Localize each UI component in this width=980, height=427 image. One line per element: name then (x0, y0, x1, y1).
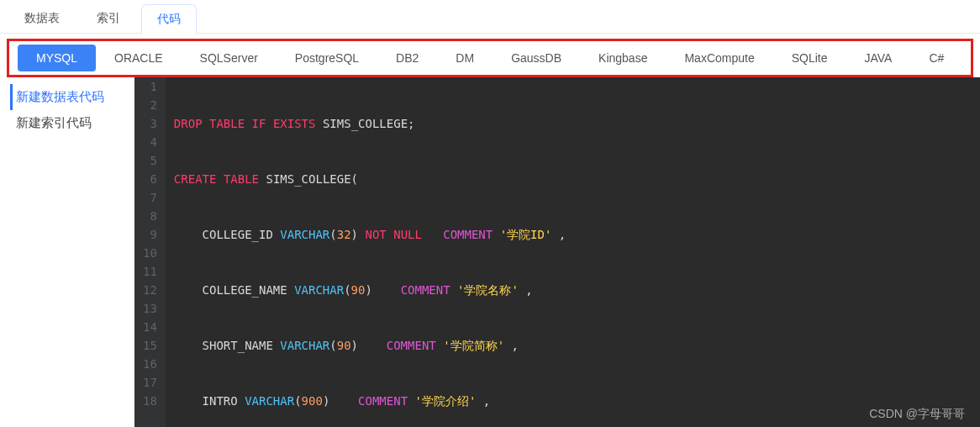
code-area[interactable]: DROP TABLE IF EXISTS SIMS_COLLEGE; CREAT… (166, 77, 574, 427)
watermark: CSDN @字母哥哥 (869, 407, 965, 422)
tab-datatable[interactable]: 数据表 (8, 3, 76, 33)
db-tab-postgresql[interactable]: PostgreSQL (277, 45, 377, 71)
line-gutter: 123456789101112131415161718 (134, 77, 166, 427)
top-tabs: 数据表 索引 代码 (0, 0, 980, 34)
db-tab-java[interactable]: JAVA (846, 45, 911, 71)
highlight-box: MYSQL ORACLE SQLServer PostgreSQL DB2 DM… (7, 39, 973, 77)
db-tab-db2[interactable]: DB2 (377, 45, 437, 71)
db-tab-oracle[interactable]: ORACLE (96, 45, 182, 71)
sidebar-item-create-table[interactable]: 新建数据表代码 (10, 84, 131, 110)
sidebar-item-create-index[interactable]: 新建索引代码 (10, 110, 131, 136)
db-tabs: MYSQL ORACLE SQLServer PostgreSQL DB2 DM… (9, 45, 971, 71)
db-tab-dm[interactable]: DM (437, 45, 493, 71)
db-tab-gaussdb[interactable]: GaussDB (493, 45, 580, 71)
db-tab-kingbase[interactable]: Kingbase (580, 45, 666, 71)
db-tab-sqlite[interactable]: SQLite (773, 45, 846, 71)
code-editor[interactable]: 123456789101112131415161718 DROP TABLE I… (134, 77, 980, 427)
db-tab-sqlserver[interactable]: SQLServer (182, 45, 277, 71)
sidebar: 新建数据表代码 新建索引代码 (0, 77, 134, 427)
db-tab-mysql[interactable]: MYSQL (18, 45, 96, 71)
db-tab-csharp[interactable]: C# (910, 45, 962, 71)
main-content: 新建数据表代码 新建索引代码 1234567891011121314151617… (0, 77, 980, 427)
tab-code[interactable]: 代码 (141, 4, 197, 34)
db-tab-maxcompute[interactable]: MaxCompute (666, 45, 772, 71)
tab-index[interactable]: 索引 (81, 3, 136, 33)
